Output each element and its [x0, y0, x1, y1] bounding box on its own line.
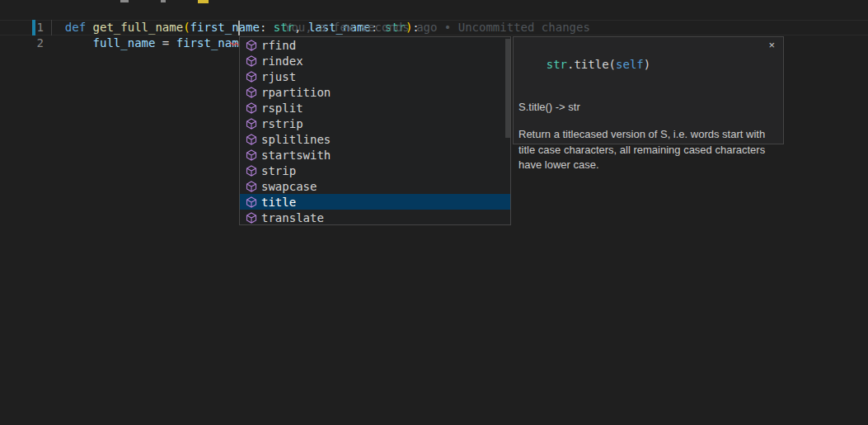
method-icon: [245, 54, 258, 68]
suggestion-translate[interactable]: translate: [240, 210, 510, 225]
indent: [65, 36, 93, 50]
docs-signature: str.title(self): [518, 41, 777, 88]
suggestion-rjust[interactable]: rjust: [240, 68, 510, 84]
suggest-widget: rfind rindex rjust rpartition rsplit rst…: [239, 36, 511, 225]
suggestion-strip[interactable]: strip: [240, 163, 510, 178]
docs-description: Return a titlecased version of S, i.e. w…: [518, 127, 767, 173]
suggestion-splitlines[interactable]: splitlines: [240, 131, 510, 147]
docs-summary: S.title() -> str: [518, 100, 777, 115]
suggestion-rpartition[interactable]: rpartition: [240, 84, 510, 100]
method-icon: [245, 164, 258, 177]
clipped-line-fragment: [198, 0, 209, 3]
method-icon: [245, 86, 258, 99]
suggestion-label: rindex: [261, 54, 303, 68]
method-icon: [245, 149, 258, 162]
sig-self: self: [616, 58, 644, 71]
suggestion-label: startswith: [261, 149, 331, 162]
var-full-name: full_name: [93, 36, 156, 50]
suggestion-rsplit[interactable]: rsplit: [240, 100, 510, 116]
close-icon[interactable]: ×: [768, 40, 775, 50]
suggestion-label: splitlines: [261, 133, 331, 146]
clipped-line-fragment: [120, 0, 129, 2]
suggestion-label: translate: [261, 211, 324, 224]
code-line-1[interactable]: 1def get_full_name(first_name: str, last…: [0, 4, 420, 20]
method-icon: [245, 70, 258, 83]
method-icon: [245, 180, 258, 193]
clipped-line-fragment: [161, 0, 166, 2]
suggestion-swapcase[interactable]: swapcase: [240, 178, 510, 194]
suggestion-label: rsplit: [261, 102, 303, 115]
suggestion-label: title: [261, 196, 296, 209]
suggestion-title-selected[interactable]: title: [240, 194, 510, 210]
suggestion-label: strip: [261, 164, 296, 177]
editor-root: { "editor": { "line1": { "num": "1", "kw…: [0, 0, 868, 425]
sig-close-paren: ): [644, 58, 650, 71]
suggestion-label: rpartition: [261, 86, 331, 99]
gitlens-blame-annotation: You, a few seconds ago • Uncommitted cha…: [284, 20, 590, 35]
line-number-2: 2: [14, 35, 44, 51]
suggestion-rindex[interactable]: rindex: [240, 53, 510, 68]
suggestion-rfind[interactable]: rfind: [240, 37, 510, 53]
suggest-list-scrollbar[interactable]: [505, 39, 510, 138]
method-icon: [245, 39, 258, 52]
equals-op: =: [155, 36, 176, 50]
colon: :: [260, 21, 274, 34]
suggestion-label: rstrip: [261, 117, 303, 130]
suggest-docs-panel: × str.title(self) S.title() -> str Retur…: [513, 36, 784, 144]
method-icon: [245, 102, 258, 115]
suggestion-rstrip[interactable]: rstrip: [240, 116, 510, 131]
method-icon: [245, 196, 258, 209]
method-icon: [245, 133, 258, 146]
sig-str: str: [547, 58, 567, 71]
suggestion-startswith[interactable]: startswith: [240, 147, 510, 163]
method-icon: [245, 211, 258, 224]
suggestion-label: rjust: [261, 70, 296, 83]
method-icon: [245, 117, 258, 130]
modified-line-gutter-indicator: [32, 20, 35, 35]
code-line-2[interactable]: 2 full_name = first_name.: [0, 20, 252, 35]
indent-guide: [51, 20, 52, 35]
suggestion-label: rfind: [261, 39, 296, 52]
sig-title: .title(: [567, 58, 616, 71]
suggestion-label: swapcase: [261, 180, 317, 193]
